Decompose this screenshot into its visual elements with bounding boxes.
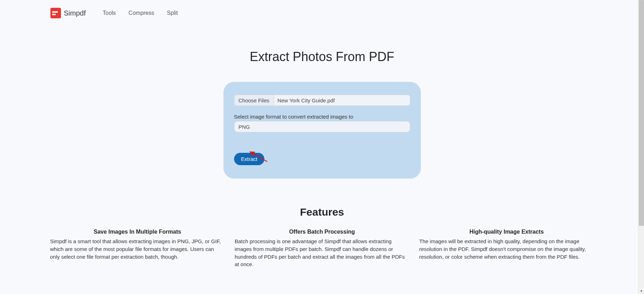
features-title: Features <box>50 206 594 218</box>
brand-logo-icon <box>50 8 61 18</box>
nav-split[interactable]: Split <box>167 10 178 16</box>
extract-button[interactable]: Extract <box>234 153 265 165</box>
format-select[interactable]: PNG <box>234 121 410 132</box>
nav-tools[interactable]: Tools <box>103 10 116 16</box>
feature-col: Save Images In Multiple Formats Simpdf i… <box>50 228 225 268</box>
navbar: Simpdf Tools Compress Split <box>50 0 594 26</box>
scroll-thumb[interactable] <box>639 0 644 226</box>
choose-files-button[interactable]: Choose Files <box>234 95 274 106</box>
feature-heading: Save Images In Multiple Formats <box>50 229 225 235</box>
scrollbar[interactable]: ▲ ▼ <box>638 0 644 268</box>
features-grid: Save Images In Multiple Formats Simpdf i… <box>50 228 594 268</box>
format-select-label: Select image format to convert extracted… <box>234 114 410 120</box>
feature-col: Offers Batch Processing Batch processing… <box>235 228 410 268</box>
feature-desc: Batch processing is one advantage of Sim… <box>235 238 410 268</box>
selected-file-name: New York City Guide.pdf <box>274 95 410 106</box>
extract-form-card: Choose Files New York City Guide.pdf Sel… <box>223 82 421 179</box>
nav-links: Tools Compress Split <box>103 10 178 16</box>
feature-heading: High-quality Image Extracts <box>419 229 594 235</box>
file-chooser: Choose Files New York City Guide.pdf <box>234 95 410 106</box>
feature-col: High-quality Image Extracts The images w… <box>419 228 594 268</box>
brand-name: Simpdf <box>64 9 86 17</box>
feature-desc: Simpdf is a smart tool that allows extra… <box>50 238 225 260</box>
format-select-value: PNG <box>239 124 250 130</box>
feature-desc: The images will be extracted in high qua… <box>419 238 594 260</box>
feature-heading: Offers Batch Processing <box>235 229 410 235</box>
brand-logo-group[interactable]: Simpdf <box>50 8 86 18</box>
page-title: Extract Photos From PDF <box>50 49 594 64</box>
nav-compress[interactable]: Compress <box>129 10 154 16</box>
